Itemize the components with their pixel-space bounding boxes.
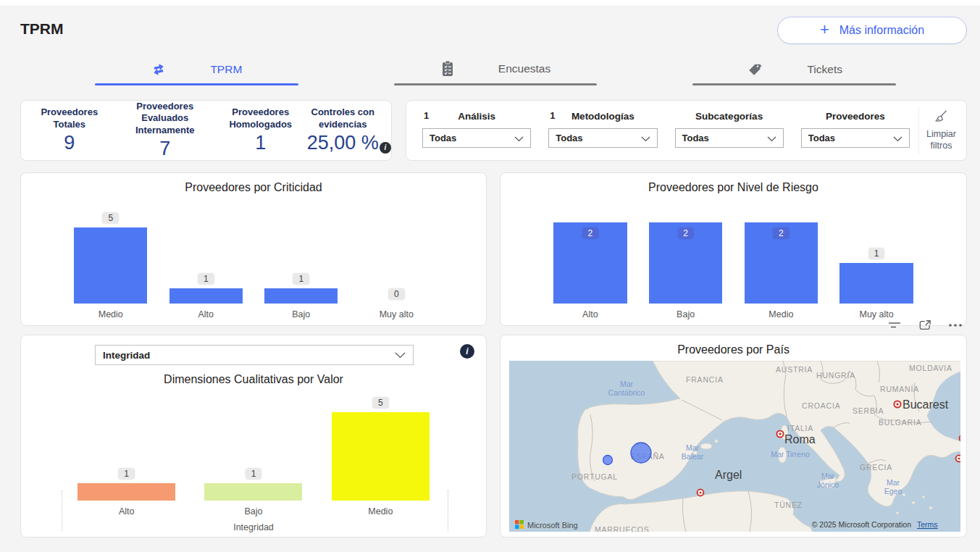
chevron-down-icon <box>641 132 650 145</box>
map-label-italia: ITALIA <box>787 424 813 432</box>
bar-slot[interactable]: 1Bajo <box>254 196 349 321</box>
chart-dimensiones-title: Dimensiones Cualitativas por Valor <box>21 367 486 386</box>
info-icon[interactable]: i <box>460 344 474 359</box>
bar-slot[interactable]: 1Muy alto <box>829 196 924 321</box>
map-label-grecia: GRECIA <box>860 463 892 472</box>
filter-label: Metodologías <box>571 111 635 122</box>
chevron-down-icon <box>395 348 406 361</box>
bar[interactable] <box>204 483 302 501</box>
bar-value-label: 1 <box>868 248 885 259</box>
bar[interactable]: 2 <box>553 222 627 304</box>
kpi-label: Controles con evidencias <box>304 106 381 130</box>
bar-slot[interactable]: 5Medio <box>317 389 444 518</box>
tab-encuestas-label: Encuestas <box>498 62 550 75</box>
clipboard-checklist-icon <box>440 60 455 78</box>
broom-icon <box>934 109 950 127</box>
chart-nivel-riesgo-plot: 2Alto2Bajo2Medio1Muy alto <box>543 196 924 321</box>
bar[interactable]: 2 <box>745 222 818 304</box>
kpi-label: Proveedores Totales <box>31 106 108 130</box>
tab-encuestas[interactable]: Encuestas <box>346 55 645 85</box>
category-label: Bajo <box>677 304 695 321</box>
bar-slot[interactable]: 1Bajo <box>190 389 317 518</box>
bar[interactable] <box>78 483 175 501</box>
kpi-evaluados-internamente: Proveedores Evaluados Internamente 7 <box>111 101 219 160</box>
map-label-mar-egeo-1: Mar <box>887 478 900 487</box>
tab-tprm[interactable]: TPRM <box>47 55 346 85</box>
chart-criticidad-plot: 5Medio1Alto1Bajo0Muy alto <box>63 196 444 321</box>
map-label-austria: AUSTRIA <box>776 365 813 374</box>
clear-filters-button[interactable]: Limpiarfiltros <box>918 106 963 154</box>
category-range-guide-right <box>448 490 448 531</box>
map-label-mar-jonico-2: Jónico <box>817 480 839 489</box>
x-axis-title: Integridad <box>21 522 486 532</box>
map-label-mar-egeo-2: Egeo <box>884 487 902 495</box>
more-info-button[interactable]: + Más información <box>777 17 967 44</box>
tab-tickets-underline <box>692 83 896 85</box>
map-label-argel: Argel <box>715 469 742 481</box>
plus-icon: + <box>820 22 829 38</box>
map-label-francia: FRANCIA <box>686 375 724 384</box>
kpi-value: 1 <box>255 132 266 154</box>
map-proveedores-pais-card: Proveedores por País <box>500 335 967 538</box>
map-label-mar-balear-1: Mar <box>686 443 700 452</box>
bar-slot[interactable]: 1Alto <box>63 389 190 518</box>
filters-icon[interactable] <box>885 316 904 335</box>
kpi-label: Proveedores Homologados <box>222 106 299 130</box>
more-options-icon[interactable] <box>946 316 965 335</box>
map-label-hungria: HUNGRÍA <box>816 371 855 380</box>
focus-mode-icon[interactable] <box>916 316 934 335</box>
kpi-value: 25,00 % i <box>307 132 379 154</box>
clear-filters-label: Limpiarfiltros <box>926 129 956 151</box>
category-label: Medio <box>99 304 123 321</box>
bar-slot[interactable]: 2Alto <box>543 196 638 321</box>
proveedores-dropdown[interactable]: Todas <box>801 128 910 148</box>
map-title: Proveedores por País <box>501 335 966 356</box>
bar[interactable] <box>839 263 913 304</box>
category-label: Muy alto <box>380 304 414 321</box>
metodologias-dropdown[interactable]: Todas <box>548 128 657 148</box>
bar-value-label: 1 <box>118 468 135 480</box>
map-label-bucarest: Bucarest <box>902 398 949 411</box>
tab-tprm-underline <box>95 83 298 85</box>
kpi-label: Proveedores Evaluados Internamente <box>114 101 217 136</box>
bar-slot[interactable]: 1Alto <box>159 196 254 321</box>
bar-slot[interactable]: 2Bajo <box>638 196 734 321</box>
dimension-selector-row: Integridad i <box>21 335 486 367</box>
bar-value-label: 1 <box>246 468 262 480</box>
map-label-roma: Roma <box>784 433 816 446</box>
analisis-dropdown[interactable]: Todas <box>422 128 531 148</box>
kpi-homologados: Proveedores Homologados 1 <box>219 106 302 154</box>
map-label-tunez: TÚNEZ <box>774 501 803 509</box>
subcategorias-dropdown[interactable]: Todas <box>675 128 784 148</box>
visual-header-toolbar <box>882 314 968 336</box>
bing-map[interactable]: FRANCIA AUSTRIA HUNGRÍA MOLDAVIA RUMANÍA… <box>509 361 960 532</box>
bar[interactable] <box>264 288 338 304</box>
bar-value-label: 0 <box>388 288 405 300</box>
bar-value-label: 2 <box>773 227 790 239</box>
map-label-bulgaria: BULGARIA <box>879 418 922 427</box>
kpi-controles-evidencias: Controles con evidencias 25,00 % i <box>301 106 384 154</box>
bar-value-label: 1 <box>293 273 309 285</box>
chart-dimensiones-plot: 1Alto1Bajo5Medio <box>63 389 444 518</box>
bar-slot[interactable]: 5Medio <box>63 196 159 321</box>
tab-tickets[interactable]: Tickets <box>645 55 944 85</box>
map-terms-link[interactable]: Terms <box>917 520 938 529</box>
bar[interactable] <box>332 412 430 501</box>
bar[interactable] <box>169 288 243 304</box>
bar[interactable] <box>74 227 147 304</box>
bar[interactable]: 2 <box>649 222 722 304</box>
tab-tprm-label: TPRM <box>210 63 242 76</box>
bar-value-label: 2 <box>582 227 599 239</box>
kpi-proveedores-totales: Proveedores Totales 9 <box>28 106 111 154</box>
map-label-mar-tirreno: Mar Tirreno <box>771 450 810 459</box>
bar-slot[interactable]: 0Muy alto <box>349 196 445 321</box>
map-copyright: © 2025 Microsoft Corporation <box>812 520 911 529</box>
chevron-down-icon <box>514 132 524 145</box>
chevron-down-icon <box>893 132 902 145</box>
info-icon[interactable]: i <box>380 142 391 154</box>
filter-label: Proveedores <box>826 111 885 122</box>
category-label: Bajo <box>244 501 262 518</box>
category-range-guide-left <box>62 490 62 531</box>
dimension-dropdown[interactable]: Integridad <box>95 345 414 365</box>
bar-slot[interactable]: 2Medio <box>734 196 829 321</box>
